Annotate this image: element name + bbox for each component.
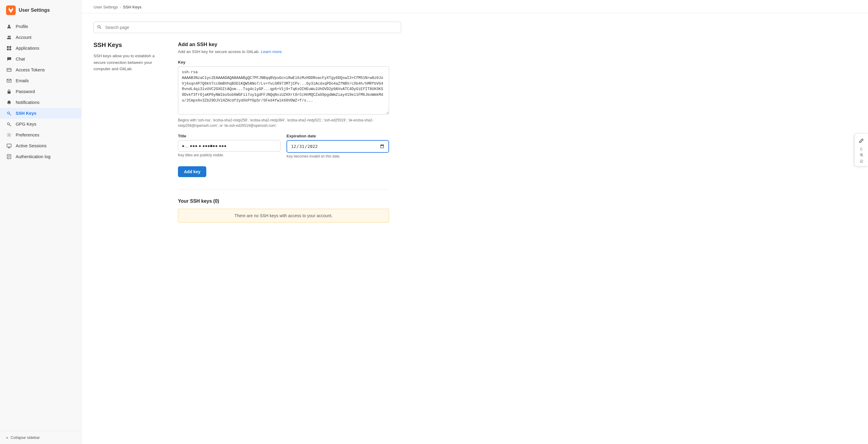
notifications-icon <box>6 100 12 105</box>
emails-icon <box>6 78 12 83</box>
your-keys-section: Your SSH keys (0) There are no SSH keys … <box>178 189 389 223</box>
floating-pencil-button[interactable] <box>857 136 866 145</box>
subtitle-text: Add an SSH key for secure access to GitL… <box>178 49 260 54</box>
sidebar-header: User Settings <box>0 0 81 20</box>
sidebar-item-authentication-log[interactable]: Authentication log <box>0 151 81 162</box>
gitlab-logo <box>6 5 16 15</box>
collapse-label: Collapse sidebar <box>10 435 40 440</box>
title-expiry-row: Title Key titles are publicly visible. E… <box>178 134 389 159</box>
sidebar-label-gpg-keys: GPG Keys <box>16 122 36 127</box>
floating-toolbar: C 笔 记 <box>855 133 868 166</box>
applications-icon <box>6 46 12 50</box>
sidebar-item-active-sessions[interactable]: Active Sessions <box>0 140 81 151</box>
sidebar-item-access-tokens[interactable]: Access Tokens <box>0 64 81 75</box>
your-keys-title: Your SSH keys (0) <box>178 199 389 204</box>
svg-point-2 <box>9 36 11 37</box>
sidebar-label-account: Account <box>16 35 31 40</box>
search-input[interactable] <box>93 22 401 33</box>
sidebar: User Settings Profile Account Applicatio… <box>0 0 82 444</box>
expiry-hint: Key becomes invalid on this date. <box>286 154 389 159</box>
svg-point-13 <box>7 123 10 125</box>
search-bar <box>93 22 431 33</box>
no-keys-banner: There are no SSH keys with access to you… <box>178 209 389 223</box>
svg-rect-6 <box>9 48 11 50</box>
preferences-icon <box>6 133 12 137</box>
breadcrumb-parent[interactable]: User Settings <box>93 5 118 9</box>
floating-label-c: C <box>860 147 863 151</box>
expiry-group: Expiration date Key becomes invalid on t… <box>286 134 389 159</box>
sidebar-nav: Profile Account Applications Chat <box>0 20 81 431</box>
gpg-keys-icon <box>6 122 12 127</box>
sidebar-label-applications: Applications <box>16 46 39 50</box>
sidebar-label-authentication-log: Authentication log <box>16 154 50 159</box>
add-ssh-key-title: Add an SSH key <box>178 41 389 47</box>
sidebar-item-preferences[interactable]: Preferences <box>0 130 81 140</box>
auth-log-icon <box>6 154 12 159</box>
profile-icon <box>6 24 12 29</box>
sidebar-label-notifications: Notifications <box>16 100 39 105</box>
ssh-layout: SSH Keys SSH keys allow you to establish… <box>93 41 431 223</box>
ssh-keys-icon <box>6 111 12 116</box>
chat-icon <box>6 57 12 62</box>
sidebar-item-ssh-keys[interactable]: SSH Keys <box>0 108 81 119</box>
add-key-button[interactable]: Add key <box>178 166 206 177</box>
sidebar-item-chat[interactable]: Chat <box>0 54 81 64</box>
sidebar-label-emails: Emails <box>16 78 29 83</box>
key-hint: Begins with 'ssh-rsa', 'ecdsa-sha2-nistp… <box>178 117 389 128</box>
sidebar-label-active-sessions: Active Sessions <box>16 143 46 148</box>
learn-more-link[interactable]: Learn more. <box>261 49 283 54</box>
sidebar-item-notifications[interactable]: Notifications <box>0 97 81 108</box>
key-label: Key <box>178 60 389 64</box>
password-icon <box>6 89 12 94</box>
svg-point-1 <box>8 36 9 37</box>
breadcrumb-separator: › <box>120 5 121 9</box>
sidebar-label-password: Password <box>16 89 35 94</box>
main-content: User Settings › SSH Keys SSH Keys SSH ke… <box>82 0 868 444</box>
svg-point-15 <box>8 134 10 136</box>
sidebar-label-preferences: Preferences <box>16 133 39 137</box>
sidebar-item-applications[interactable]: Applications <box>0 43 81 54</box>
svg-line-14 <box>9 125 11 127</box>
svg-rect-3 <box>7 46 9 48</box>
sidebar-label-chat: Chat <box>16 57 25 62</box>
sidebar-item-password[interactable]: Password <box>0 86 81 97</box>
title-hint: Key titles are publicly visible. <box>178 153 280 157</box>
breadcrumb-current: SSH Keys <box>123 5 142 9</box>
svg-point-23 <box>98 26 100 28</box>
svg-rect-16 <box>7 144 11 147</box>
expiry-input[interactable] <box>286 140 389 153</box>
svg-point-0 <box>8 25 10 27</box>
svg-rect-10 <box>7 91 10 94</box>
sidebar-item-emails[interactable]: Emails <box>0 75 81 86</box>
key-textarea[interactable]: ssh-rsa AAAAB3NzaC1yc2EAAAADAQABAAABgQC7… <box>178 66 389 114</box>
title-input[interactable] <box>178 140 280 151</box>
sidebar-label-profile: Profile <box>16 24 28 29</box>
svg-point-11 <box>7 112 10 114</box>
account-icon <box>6 35 12 40</box>
no-keys-message: There are no SSH keys with access to you… <box>234 213 332 218</box>
ssh-keys-title: SSH Keys <box>93 41 160 48</box>
sidebar-item-gpg-keys[interactable]: GPG Keys <box>0 119 81 130</box>
page-body: SSH Keys SSH keys allow you to establish… <box>82 13 443 231</box>
svg-line-24 <box>100 28 101 29</box>
active-sessions-icon <box>6 143 12 148</box>
floating-label-note: 笔 <box>860 153 863 157</box>
title-label: Title <box>178 134 280 138</box>
breadcrumb: User Settings › SSH Keys <box>82 0 868 13</box>
sidebar-item-profile[interactable]: Profile <box>0 21 81 32</box>
svg-line-12 <box>9 114 11 116</box>
ssh-keys-description: SSH keys allow you to establish a secure… <box>93 53 160 72</box>
access-tokens-icon <box>6 67 12 72</box>
sidebar-item-account[interactable]: Account <box>0 32 81 43</box>
ssh-form: Add an SSH key Add an SSH key for secure… <box>178 41 389 223</box>
app-title: User Settings <box>19 7 50 13</box>
expiry-label: Expiration date <box>286 134 389 138</box>
svg-rect-5 <box>7 48 9 50</box>
floating-label-record: 记 <box>860 159 863 164</box>
add-ssh-key-subtitle: Add an SSH key for secure access to GitL… <box>178 49 389 54</box>
sidebar-label-ssh-keys: SSH Keys <box>16 111 36 116</box>
sidebar-label-access-tokens: Access Tokens <box>16 67 44 72</box>
ssh-description: SSH Keys SSH keys allow you to establish… <box>93 41 160 72</box>
collapse-sidebar-button[interactable]: « Collapse sidebar <box>0 431 81 444</box>
svg-rect-7 <box>7 68 11 71</box>
